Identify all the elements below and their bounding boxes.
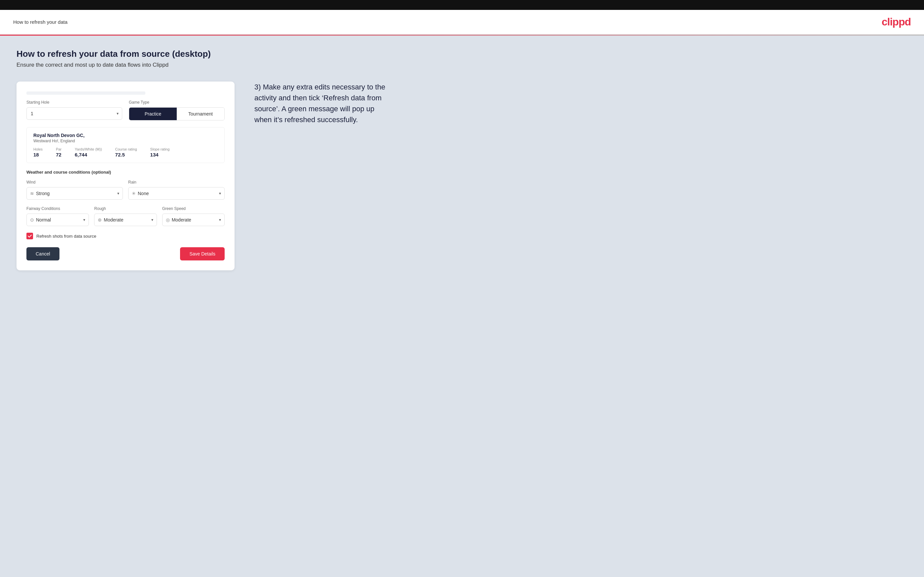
course-location: Westward Ho!, England: [33, 139, 218, 143]
par-stat: Par 72: [56, 147, 61, 158]
starting-hole-label: Starting Hole: [26, 100, 122, 105]
fairway-icon: ⊙: [27, 217, 34, 222]
holes-value: 18: [33, 152, 43, 158]
course-stats: Holes 18 Par 72 Yards/White (M)) 6,744 C…: [33, 147, 218, 158]
rain-label: Rain: [128, 180, 225, 185]
green-speed-field: Green Speed ◎ Moderate Slow Fast ▾: [162, 206, 225, 226]
page-subtitle: Ensure the correct and most up to date d…: [16, 62, 908, 68]
weather-section: Weather and course conditions (optional)…: [26, 170, 225, 226]
weather-section-title: Weather and course conditions (optional): [26, 170, 225, 175]
wind-field: Wind ≋ Strong None Light Moderate ▾: [26, 180, 123, 200]
slope-label: Slope rating: [150, 147, 170, 151]
course-rating-stat: Course rating 72.5: [115, 147, 137, 158]
course-info: Royal North Devon GC, Westward Ho!, Engl…: [26, 127, 225, 163]
description-text: 3) Make any extra edits necessary to the…: [254, 82, 386, 125]
button-row: Cancel Save Details: [26, 247, 225, 260]
wind-select-wrapper: ≋ Strong None Light Moderate ▾: [26, 187, 123, 200]
slope-value: 134: [150, 152, 170, 158]
wind-label: Wind: [26, 180, 123, 185]
holes-stat: Holes 18: [33, 147, 43, 158]
course-name: Royal North Devon GC,: [33, 133, 218, 138]
refresh-checkbox[interactable]: [26, 233, 33, 239]
page-title: How to refresh your data from source (de…: [16, 49, 908, 59]
starting-hole-field: Starting Hole 1 10 ▾: [26, 100, 122, 121]
tournament-button[interactable]: Tournament: [177, 108, 224, 120]
content-area: Starting Hole 1 10 ▾ Game Type Practice …: [16, 82, 908, 270]
form-card: Starting Hole 1 10 ▾ Game Type Practice …: [16, 82, 234, 270]
header-title: How to refresh your data: [13, 19, 68, 25]
starting-hole-select-wrapper: 1 10 ▾: [26, 107, 122, 120]
game-type-label: Game Type: [129, 100, 225, 105]
description-box: 3) Make any extra edits necessary to the…: [254, 82, 386, 125]
weather-row-1: Wind ≋ Strong None Light Moderate ▾: [26, 180, 225, 200]
game-type-field: Game Type Practice Tournament: [129, 100, 225, 121]
yards-label: Yards/White (M)): [75, 147, 102, 151]
course-rating-label: Course rating: [115, 147, 137, 151]
wind-icon: ≋: [27, 191, 34, 196]
card-top-hint: [26, 92, 145, 95]
par-label: Par: [56, 147, 61, 151]
top-bar: [0, 0, 924, 10]
game-type-buttons: Practice Tournament: [129, 107, 225, 121]
save-button[interactable]: Save Details: [180, 247, 225, 260]
yards-stat: Yards/White (M)) 6,744: [75, 147, 102, 158]
fairway-select[interactable]: Normal Soft Hard: [34, 214, 89, 226]
header: How to refresh your data clippd: [0, 10, 924, 35]
green-speed-select-wrapper: ◎ Moderate Slow Fast ▾: [162, 214, 225, 226]
slope-stat: Slope rating 134: [150, 147, 170, 158]
logo: clippd: [882, 16, 911, 28]
wind-select[interactable]: Strong None Light Moderate: [34, 187, 123, 199]
fairway-select-wrapper: ⊙ Normal Soft Hard ▾: [26, 214, 89, 226]
rough-label: Rough: [94, 206, 157, 211]
rain-select[interactable]: None Light Heavy: [136, 187, 224, 199]
rough-icon: ⊛: [94, 217, 102, 222]
top-fields: Starting Hole 1 10 ▾ Game Type Practice …: [26, 100, 225, 121]
green-speed-icon: ◎: [163, 217, 170, 222]
course-rating-value: 72.5: [115, 152, 137, 158]
fairway-field: Fairway Conditions ⊙ Normal Soft Hard ▾: [26, 206, 89, 226]
footer: Copyright Clippd 2022: [0, 573, 924, 577]
practice-button[interactable]: Practice: [129, 108, 177, 120]
yards-value: 6,744: [75, 152, 102, 158]
cancel-button[interactable]: Cancel: [26, 247, 60, 260]
rain-field: Rain ✳ None Light Heavy ▾: [128, 180, 225, 200]
green-speed-select[interactable]: Moderate Slow Fast: [170, 214, 224, 226]
starting-hole-select[interactable]: 1 10: [27, 108, 122, 119]
refresh-checkbox-row: Refresh shots from data source: [26, 233, 225, 239]
rain-select-wrapper: ✳ None Light Heavy ▾: [128, 187, 225, 200]
rough-select[interactable]: Moderate Light Heavy: [102, 214, 156, 226]
rain-icon: ✳: [129, 191, 136, 196]
green-speed-label: Green Speed: [162, 206, 225, 211]
fairway-label: Fairway Conditions: [26, 206, 89, 211]
rough-select-wrapper: ⊛ Moderate Light Heavy ▾: [94, 214, 157, 226]
main-content: How to refresh your data from source (de…: [0, 35, 924, 573]
refresh-checkbox-label: Refresh shots from data source: [36, 234, 96, 239]
holes-label: Holes: [33, 147, 43, 151]
rough-field: Rough ⊛ Moderate Light Heavy ▾: [94, 206, 157, 226]
weather-row-2: Fairway Conditions ⊙ Normal Soft Hard ▾: [26, 206, 225, 226]
par-value: 72: [56, 152, 61, 158]
